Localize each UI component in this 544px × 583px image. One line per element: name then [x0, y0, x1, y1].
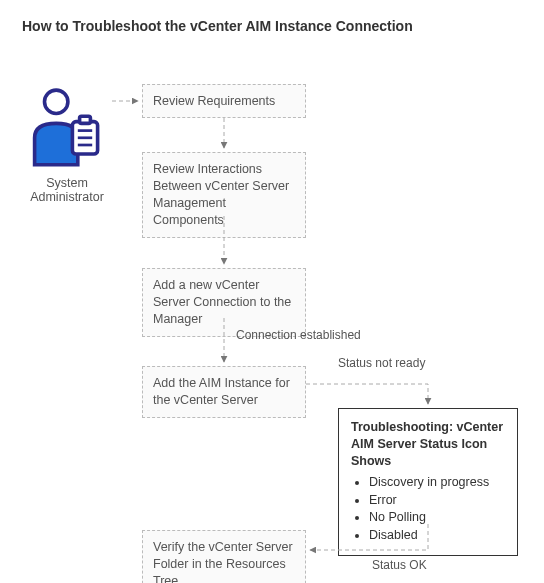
actor-label: System Administrator [17, 176, 117, 204]
svg-point-0 [45, 90, 68, 113]
step-add-aim-instance: Add the AIM Instance for the vCenter Ser… [142, 366, 306, 418]
step-text: Verify the vCenter Server Folder in the … [153, 540, 293, 583]
edge-label-status-not-ready: Status not ready [338, 356, 425, 370]
troubleshoot-item: Disabled [369, 527, 505, 544]
step-text: Review Interactions Between vCenter Serv… [153, 162, 289, 227]
step-add-connection: Add a new vCenter Server Connection to t… [142, 268, 306, 337]
troubleshooting-box: Troubleshooting: vCenter AIM Server Stat… [338, 408, 518, 556]
flowchart-canvas: System Administrator Review Requirements… [12, 56, 532, 583]
step-review-interactions: Review Interactions Between vCenter Serv… [142, 152, 306, 238]
system-administrator-icon [22, 82, 112, 172]
troubleshoot-list: Discovery in progress Error No Polling D… [369, 474, 505, 545]
troubleshoot-item: Error [369, 492, 505, 509]
step-review-requirements: Review Requirements [142, 84, 306, 118]
actor-label-line1: System [17, 176, 117, 190]
step-text: Review Requirements [153, 94, 275, 108]
step-text: Add the AIM Instance for the vCenter Ser… [153, 376, 290, 407]
actor-label-line2: Administrator [17, 190, 117, 204]
step-verify-folder: Verify the vCenter Server Folder in the … [142, 530, 306, 583]
step-text: Add a new vCenter Server Connection to t… [153, 278, 291, 326]
edge-label-status-ok: Status OK [372, 558, 427, 572]
troubleshoot-item: No Polling [369, 509, 505, 526]
troubleshoot-item: Discovery in progress [369, 474, 505, 491]
svg-rect-2 [80, 116, 91, 123]
troubleshoot-title: Troubleshooting: vCenter AIM Server Stat… [351, 419, 505, 470]
edge-label-connection-established: Connection established [236, 328, 361, 342]
page-title: How to Troubleshoot the vCenter AIM Inst… [22, 18, 532, 34]
